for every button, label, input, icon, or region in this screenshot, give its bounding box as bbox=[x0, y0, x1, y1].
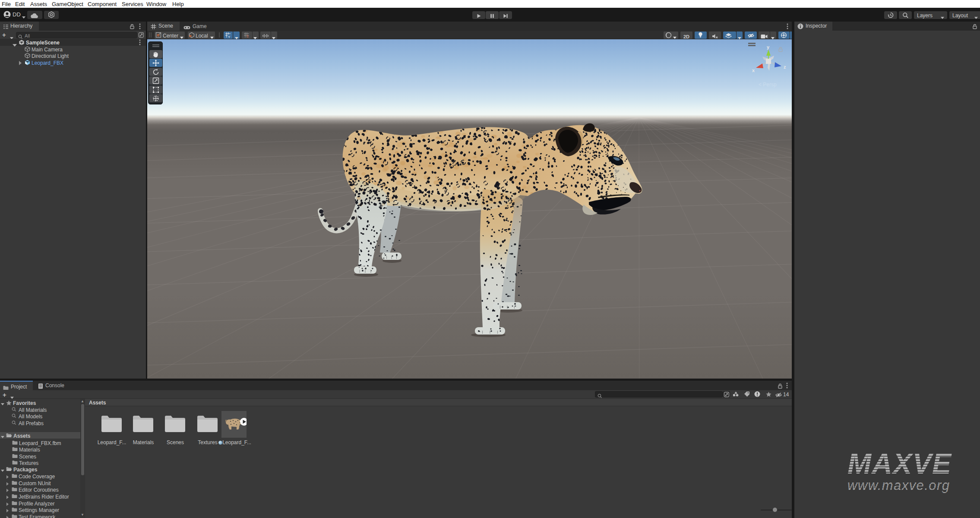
svg-text:5: 5 bbox=[247, 34, 249, 38]
svg-text:y: y bbox=[767, 44, 770, 50]
svg-text:x: x bbox=[752, 68, 755, 73]
svg-text:z: z bbox=[784, 64, 786, 69]
svg-text:MAXVE: MAXVE bbox=[847, 449, 952, 480]
svg-text:Y: Y bbox=[228, 35, 231, 38]
svg-text:www.maxve.org: www.maxve.org bbox=[847, 478, 949, 493]
